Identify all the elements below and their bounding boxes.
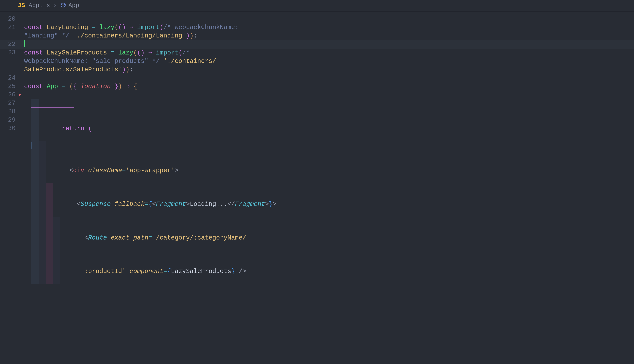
function-call: lazy <box>100 24 114 31</box>
code-line[interactable]: const App = ({ location }) ⇒ { <box>24 82 628 91</box>
line-number[interactable]: 23 <box>0 48 16 57</box>
code-line-wrap[interactable]: "landing" */ './containers/Landing/Landi… <box>24 32 628 40</box>
line-number[interactable]: 22 <box>0 40 16 48</box>
string: :productId' <box>84 268 126 275</box>
code-line[interactable]: return ( <box>24 99 628 141</box>
arrow-op: ⇒ <box>130 24 134 31</box>
line-number[interactable]: 24 <box>0 74 16 82</box>
code-area[interactable]: const LazyLanding = lazy(() ⇒ import(/* … <box>24 15 634 284</box>
identifier: LazyLanding <box>47 24 88 31</box>
code-line[interactable] <box>24 15 628 23</box>
line-number[interactable]: 21 <box>0 23 16 32</box>
comment: webpackChunkName: "sale-products" */ <box>24 58 160 65</box>
line-number[interactable]: 29 <box>0 116 16 124</box>
fold-gutter: ▶ <box>18 15 22 141</box>
string: SaleProducts/SaleProducts' <box>24 66 122 73</box>
code-line-wrap[interactable]: SaleProducts/SaleProducts')); <box>24 66 628 74</box>
string: 'app-wrapper' <box>126 167 175 174</box>
arrow-op: ⇒ <box>148 49 152 56</box>
jsx-component: Fragment <box>235 200 265 208</box>
parameter: location <box>80 83 110 90</box>
code-line-current[interactable] <box>24 40 628 49</box>
symbol-variable-icon <box>60 2 66 10</box>
function-call: lazy <box>118 49 133 56</box>
keyword: import <box>137 24 160 31</box>
editor-root: JS App.js › App 20 21 22 23 24 25 26 27 … <box>0 0 634 364</box>
jsx-attr: component <box>130 268 164 275</box>
code-line[interactable] <box>24 91 628 99</box>
jsx-component: Fragment <box>156 200 186 208</box>
line-number[interactable]: 28 <box>0 108 16 116</box>
jsx-text: Loading... <box>190 200 227 208</box>
code-editor[interactable]: 20 21 22 23 24 25 26 27 28 29 30 ▶ <box>0 12 634 364</box>
line-number[interactable]: 26 <box>0 91 16 99</box>
keyword: return <box>62 125 84 132</box>
line-number[interactable]: 27 <box>0 99 16 108</box>
indent-guide <box>31 142 32 149</box>
keyword: import <box>156 49 178 56</box>
code-line-wrap[interactable]: webpackChunkName: "sale-products" */ './… <box>24 57 628 66</box>
identifier: LazySaleProducts <box>171 268 231 275</box>
line-number[interactable]: 20 <box>0 15 16 23</box>
code-line[interactable]: <Route exact path='/category/:categoryNa… <box>24 217 628 250</box>
keyword: const <box>24 24 43 31</box>
breadcrumb[interactable]: JS App.js › App <box>0 0 634 12</box>
breadcrumb-file[interactable]: App.js <box>28 2 50 10</box>
jsx-component: Route <box>88 234 107 241</box>
jsx-attr: exact <box>111 234 130 241</box>
text-cursor <box>24 40 24 48</box>
arrow-op: ⇒ <box>126 83 130 90</box>
code-line-wrap[interactable]: :productId' component={LazySaleProducts}… <box>24 250 628 284</box>
comment: /* <box>182 49 190 56</box>
jsx-component: Suspense <box>80 200 110 208</box>
code-line[interactable] <box>24 74 628 82</box>
jsx-attr: path <box>133 234 148 241</box>
breadcrumb-symbol[interactable]: App <box>68 2 79 10</box>
code-line[interactable]: const LazyLanding = lazy(() ⇒ import(/* … <box>24 23 628 32</box>
string: './containers/ <box>164 58 216 65</box>
line-number[interactable]: 25 <box>0 82 16 91</box>
chevron-right-icon: › <box>52 2 58 10</box>
keyword: const <box>24 49 43 56</box>
line-number-gutter: 20 21 22 23 24 25 26 27 28 29 30 <box>0 15 18 364</box>
fold-collapsed-icon[interactable]: ▶ <box>19 92 22 98</box>
string: './containers/Landing/Landing' <box>73 32 186 39</box>
jsx-attr: fallback <box>114 200 144 208</box>
comment: "landing" */ <box>24 32 69 39</box>
code-line[interactable]: const LazySaleProducts = lazy(() ⇒ impor… <box>24 49 628 57</box>
code-line[interactable]: <div className='app-wrapper'> <box>24 141 628 184</box>
comment: /* webpackChunkName: <box>164 24 239 31</box>
identifier: App <box>47 83 58 90</box>
bracket-pair-guide <box>31 108 74 108</box>
lang-badge-icon: JS <box>18 2 25 10</box>
line-number[interactable]: 30 <box>0 124 16 133</box>
code-line[interactable]: <Suspense fallback={<Fragment>Loading...… <box>24 183 628 217</box>
jsx-attr: className <box>88 167 122 174</box>
identifier: LazySaleProducts <box>47 49 107 56</box>
string: '/category/:categoryName/ <box>152 234 246 241</box>
jsx-tag: div <box>73 167 84 174</box>
keyword: const <box>24 83 43 90</box>
